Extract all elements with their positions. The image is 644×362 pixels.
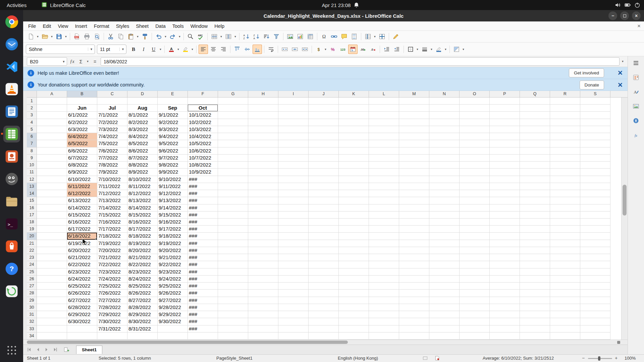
cell-B32[interactable]: 6/30/2022	[67, 318, 97, 325]
cell-N34[interactable]	[429, 333, 460, 340]
cell-J8[interactable]	[309, 147, 339, 155]
cell-O22[interactable]	[460, 247, 490, 254]
cell-Q23[interactable]	[520, 254, 550, 261]
cell-A29[interactable]	[37, 297, 67, 304]
cell-F15[interactable]: ###	[188, 197, 218, 204]
row-header-25[interactable]: 25	[27, 268, 37, 276]
cell-K30[interactable]	[339, 304, 369, 311]
cell-A21[interactable]	[37, 240, 67, 247]
cell-O26[interactable]	[460, 276, 490, 283]
row-header-7[interactable]: 7	[27, 140, 37, 147]
cell-B31[interactable]: 6/29/2022	[67, 311, 97, 318]
font-size-combobox[interactable]: 11 pt ▼	[97, 45, 126, 54]
cell-R31[interactable]	[550, 311, 580, 318]
cell-B5[interactable]: 6/3/2022	[67, 126, 97, 133]
cell-B11[interactable]: 6/9/2022	[67, 169, 97, 176]
cell-K16[interactable]	[339, 204, 369, 212]
cell-K18[interactable]	[339, 219, 369, 226]
cell-R27[interactable]	[550, 283, 580, 290]
cell-I13[interactable]	[278, 183, 309, 190]
cell-P13[interactable]	[490, 183, 520, 190]
cell-O31[interactable]	[460, 311, 490, 318]
maximize-button[interactable]	[620, 11, 629, 20]
print-preview-button[interactable]	[92, 32, 102, 41]
cell-C25[interactable]: 7/23/2022	[97, 268, 127, 276]
cell-Q29[interactable]	[520, 297, 550, 304]
cell-A5[interactable]	[37, 126, 67, 133]
freeze-panes-button[interactable]	[363, 32, 373, 41]
cell-L24[interactable]	[369, 261, 399, 268]
clock-button[interactable]: Apr 21 23:08	[322, 2, 360, 8]
next-sheet-icon[interactable]	[43, 346, 51, 354]
horizontal-scrollbar-thumb[interactable]	[27, 341, 348, 344]
cell-O10[interactable]	[460, 162, 490, 169]
cell-P21[interactable]	[490, 240, 520, 247]
cell-C6[interactable]: 7/4/2022	[97, 133, 127, 140]
cell-G4[interactable]	[218, 119, 248, 126]
cell-P20[interactable]	[490, 233, 520, 240]
cell-O28[interactable]	[460, 290, 490, 297]
cell-I31[interactable]	[278, 311, 309, 318]
cell-G32[interactable]	[218, 318, 248, 325]
cell-J30[interactable]	[309, 304, 339, 311]
cell-N32[interactable]	[429, 318, 460, 325]
cell-F31[interactable]: ###	[188, 311, 218, 318]
cell-P18[interactable]	[490, 219, 520, 226]
cell-R4[interactable]	[550, 119, 580, 126]
cell-P24[interactable]	[490, 261, 520, 268]
cell-C29[interactable]: 7/27/2022	[97, 297, 127, 304]
cell-J20[interactable]	[309, 233, 339, 240]
cell-E3[interactable]: 9/1/2022	[158, 112, 188, 119]
cell-D9[interactable]: 8/7/2022	[127, 155, 158, 162]
cell-B19[interactable]: 6/17/2022	[67, 226, 97, 233]
cell-N17[interactable]	[429, 212, 460, 219]
cell-J21[interactable]	[309, 240, 339, 247]
cell-F7[interactable]: 10/5/2022	[188, 140, 218, 147]
cell-B15[interactable]: 6/13/2022	[67, 197, 97, 204]
cell-F10[interactable]: 10/8/2022	[188, 162, 218, 169]
cell-S20[interactable]	[580, 233, 610, 240]
cell-H8[interactable]	[248, 147, 278, 155]
vertical-scrollbar[interactable]	[621, 98, 628, 340]
cell-J22[interactable]	[309, 247, 339, 254]
cell-Q1[interactable]	[520, 98, 550, 105]
cell-E12[interactable]: 9/10/2022	[158, 176, 188, 183]
cell-J17[interactable]	[309, 212, 339, 219]
cell-E22[interactable]: 9/20/2022	[158, 247, 188, 254]
cell-E2[interactable]: Sep	[158, 105, 188, 112]
cell-R17[interactable]	[550, 212, 580, 219]
cell-P32[interactable]	[490, 318, 520, 325]
cell-G17[interactable]	[218, 212, 248, 219]
cell-A23[interactable]	[37, 254, 67, 261]
sort-button[interactable]	[262, 32, 271, 41]
cell-I19[interactable]	[278, 226, 309, 233]
activities-button[interactable]: Activities	[0, 2, 33, 8]
cell-S2[interactable]	[580, 105, 610, 112]
sidebar-sidebar-settings-icon[interactable]	[631, 58, 641, 68]
get-involved-button[interactable]: Get involved	[569, 68, 604, 77]
cell-O34[interactable]	[460, 333, 490, 340]
column-header-D[interactable]: D	[127, 91, 158, 98]
column-header-O[interactable]: O	[460, 91, 490, 98]
cell-L34[interactable]	[369, 333, 399, 340]
cell-J2[interactable]	[309, 105, 339, 112]
cell-G9[interactable]	[218, 155, 248, 162]
cell-I11[interactable]	[278, 169, 309, 176]
cell-N21[interactable]	[429, 240, 460, 247]
cell-K25[interactable]	[339, 268, 369, 276]
cell-Q24[interactable]	[520, 261, 550, 268]
cell-Q7[interactable]	[520, 140, 550, 147]
cell-N12[interactable]	[429, 176, 460, 183]
cell-F28[interactable]: ###	[188, 290, 218, 297]
cell-E13[interactable]: 9/11/2022	[158, 183, 188, 190]
cell-B24[interactable]: 6/22/2022	[67, 261, 97, 268]
cell-L2[interactable]	[369, 105, 399, 112]
cell-F21[interactable]: ###	[188, 240, 218, 247]
cell-I21[interactable]	[278, 240, 309, 247]
cell-M5[interactable]	[399, 126, 429, 133]
row-header-3[interactable]: 3	[27, 112, 37, 119]
cell-P31[interactable]	[490, 311, 520, 318]
cell-C32[interactable]: 7/30/2022	[97, 318, 127, 325]
cell-H26[interactable]	[248, 276, 278, 283]
cell-L26[interactable]	[369, 276, 399, 283]
